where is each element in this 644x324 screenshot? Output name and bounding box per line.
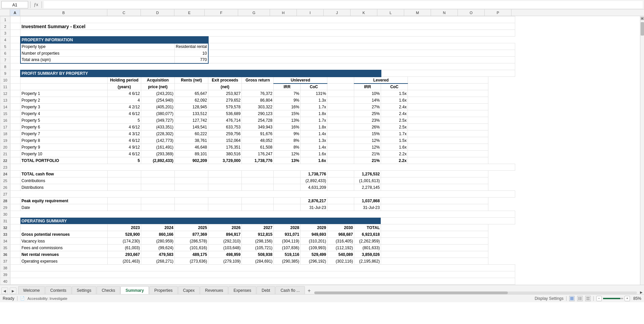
display-settings-btn[interactable]: Display Settings bbox=[535, 296, 564, 301]
prop1-coc1: 131% bbox=[301, 90, 327, 97]
svg-rect-1 bbox=[578, 297, 580, 300]
zoom-out-btn[interactable]: − bbox=[596, 296, 602, 301]
col-header-M[interactable]: M bbox=[404, 9, 431, 16]
row-40: 40 bbox=[0, 278, 515, 285]
row-1: 1 bbox=[0, 16, 515, 23]
prop1-coc2: 1.5x bbox=[381, 90, 408, 97]
col-header-L[interactable]: L bbox=[377, 9, 404, 16]
row-17: 17 Property 6 4 6/12 (433,351) 149,541 6… bbox=[0, 124, 515, 130]
row-37: 37 Operating expenses (201,463) (268,271… bbox=[0, 258, 515, 265]
formula-input[interactable] bbox=[44, 1, 643, 8]
tab-scrollbar[interactable] bbox=[314, 291, 508, 294]
tab-scroll-right[interactable]: ▶ bbox=[640, 290, 643, 294]
row-9: 9 PROFIT SUMMARY BY PROPERTY bbox=[0, 70, 515, 77]
svg-rect-0 bbox=[570, 297, 574, 300]
col-header-D[interactable]: D bbox=[141, 9, 174, 16]
row-num-1: 1 bbox=[0, 16, 10, 23]
prop1-exit: 253,927 bbox=[208, 90, 242, 97]
tab-nav-left[interactable]: ◀ bbox=[1, 287, 8, 294]
tab-summary[interactable]: Summary bbox=[120, 286, 149, 294]
col-header-K[interactable]: K bbox=[351, 9, 377, 16]
tab-capex[interactable]: Capex bbox=[178, 286, 200, 294]
row-39: 39 bbox=[0, 271, 515, 278]
col-levered: Levered bbox=[354, 77, 408, 84]
name-box[interactable]: A1 bbox=[1, 1, 28, 8]
cell-A1[interactable] bbox=[10, 16, 20, 23]
row-31: 31 OPERATING SUMMARY bbox=[0, 218, 515, 224]
formula-bar: A1 ƒx bbox=[0, 0, 644, 9]
view-layout-btn[interactable] bbox=[577, 296, 583, 301]
svg-rect-3 bbox=[586, 297, 590, 299]
row-12: 12 Property 1 4 6/12 (243,201) 65,647 25… bbox=[0, 90, 515, 97]
col-header-N[interactable]: N bbox=[431, 9, 458, 16]
row-14: 14 Property 3 4 2/12 (405,201) 128,945 5… bbox=[0, 104, 515, 110]
col-header-G[interactable]: G bbox=[238, 9, 270, 16]
col-header-E[interactable]: E bbox=[174, 9, 205, 16]
status-bar: Ready 📄 Accessibility: Investigate Displ… bbox=[0, 294, 644, 302]
view-normal-btn[interactable] bbox=[569, 296, 575, 301]
tab-nav-right[interactable]: ▶ bbox=[10, 287, 16, 294]
col-header-H[interactable]: H bbox=[270, 9, 297, 16]
svg-rect-4 bbox=[586, 299, 590, 300]
row-11: 11 (years) price (net) (net) IRR CoC IRR… bbox=[0, 84, 515, 90]
tab-contents[interactable]: Contents bbox=[45, 286, 71, 294]
tab-expenses[interactable]: Expenses bbox=[228, 286, 256, 294]
col-holding-period: Holding period bbox=[108, 77, 141, 84]
prop1-name: Property 1 bbox=[20, 90, 108, 97]
tab-checks[interactable]: Checks bbox=[97, 286, 120, 294]
row-23: 23 bbox=[0, 164, 515, 171]
row-27: 27 bbox=[0, 191, 515, 198]
scroll-thumb[interactable] bbox=[641, 22, 644, 36]
row-18: 18 Property 7 4 3/12 (228,302) 60,222 25… bbox=[0, 130, 515, 137]
cell-B2[interactable]: Investment Summary - Excel bbox=[20, 23, 515, 30]
profit-summary-header: PROFIT SUMMARY BY PROPERTY bbox=[20, 70, 381, 77]
col-price-net: price (net) bbox=[141, 84, 175, 90]
zoom-label: 85% bbox=[631, 296, 641, 301]
zoom-slider[interactable] bbox=[603, 298, 623, 299]
col-header-B[interactable]: B bbox=[20, 9, 107, 16]
row-22: 22 TOTAL PORTFOLIO 5 (2,892,433) 902,209… bbox=[0, 157, 515, 164]
zoom-in-btn[interactable]: + bbox=[625, 296, 630, 301]
col-header-I[interactable]: I bbox=[297, 9, 324, 16]
prop1-acq: (243,201) bbox=[141, 90, 175, 97]
row-num-2: 2 bbox=[0, 23, 10, 30]
col-header-P[interactable]: P bbox=[485, 9, 512, 16]
accessibility-label[interactable]: Accessibility: Investigate bbox=[28, 296, 67, 301]
row-5: 5 Property type Residential rental bbox=[0, 43, 515, 50]
cell-A2[interactable] bbox=[10, 23, 20, 30]
row-13: 13 Property 2 4 (254,940) 62,092 279,652… bbox=[0, 97, 515, 104]
row-6: 6 Number of properties 10 bbox=[0, 50, 515, 57]
col-irr1: IRR bbox=[274, 84, 301, 90]
col-coc1: CoC bbox=[301, 84, 327, 90]
column-headers: A B C D E F G H I J K L M N O P bbox=[0, 9, 644, 16]
row-19: 19 Property 8 4 6/12 (142,773) 38,761 15… bbox=[0, 137, 515, 144]
prop1-rents: 65,647 bbox=[175, 90, 208, 97]
prop1-irr1: 7% bbox=[274, 90, 301, 97]
row-7: 7 Total area (sqm) 770 bbox=[0, 57, 515, 63]
row-26: 26 Distributions 4,631,209 2,278,145 bbox=[0, 184, 515, 191]
total-area-label: Total area (sqm) bbox=[20, 57, 175, 63]
prop1-holding: 4 6/12 bbox=[108, 90, 141, 97]
cell-B1[interactable] bbox=[20, 16, 515, 23]
tab-add-btn[interactable]: + bbox=[306, 287, 313, 294]
view-preview-btn[interactable] bbox=[585, 296, 591, 301]
scroll-up-btn[interactable]: ▲ bbox=[641, 17, 644, 20]
function-btn[interactable]: ƒx bbox=[33, 2, 40, 7]
tab-cashflow[interactable]: Cash flo ... bbox=[275, 286, 305, 294]
row-15: 15 Property 4 4 6/12 (380,077) 133,512 5… bbox=[0, 110, 515, 117]
grid-content[interactable]: 1 2 Investment Summary - Excel 3 bbox=[0, 16, 640, 285]
tab-bar: ◀ ▶ Welcome Contents Settings Checks Sum… bbox=[0, 285, 644, 294]
col-header-O[interactable]: O bbox=[458, 9, 485, 16]
col-header-J[interactable]: J bbox=[324, 9, 351, 16]
row-38: 38 bbox=[0, 265, 515, 271]
tab-debt[interactable]: Debt bbox=[257, 286, 275, 294]
tab-welcome[interactable]: Welcome bbox=[18, 286, 45, 294]
col-rents: Rents (net) bbox=[175, 77, 208, 84]
col-header-A[interactable]: A bbox=[10, 9, 20, 16]
tab-revenues[interactable]: Revenues bbox=[200, 286, 228, 294]
property-type-value: Residential rental bbox=[175, 43, 208, 50]
col-header-F[interactable]: F bbox=[205, 9, 238, 16]
tab-settings[interactable]: Settings bbox=[72, 286, 96, 294]
col-header-C[interactable]: C bbox=[107, 9, 141, 16]
tab-properties[interactable]: Properties bbox=[149, 286, 178, 294]
